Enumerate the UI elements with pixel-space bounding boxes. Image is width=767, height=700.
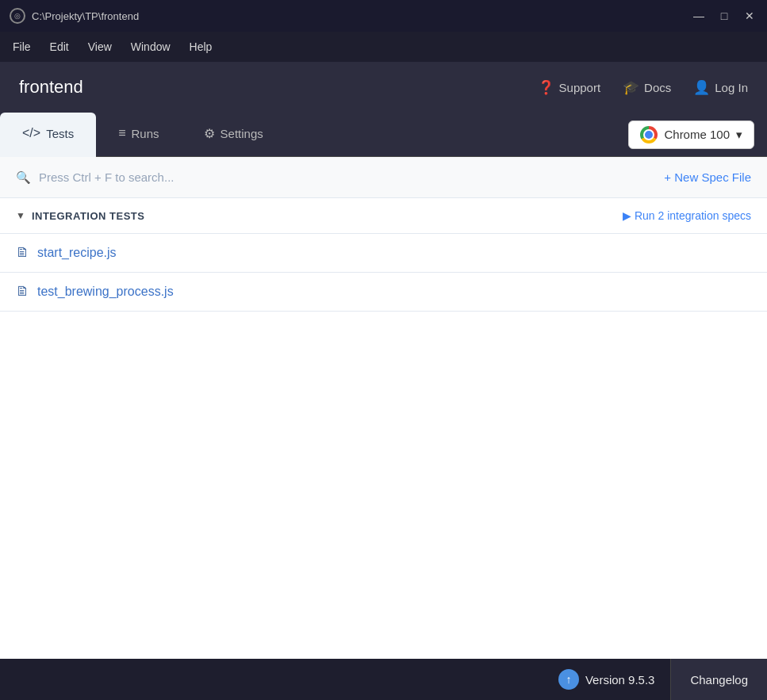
chrome-icon xyxy=(640,126,658,143)
close-button[interactable]: ✕ xyxy=(742,8,757,24)
title-bar: ◎ C:\Projekty\TP\frontend — □ ✕ xyxy=(0,0,767,32)
run-specs-button[interactable]: ▶ Run 2 integration specs xyxy=(623,209,751,222)
support-icon: ❓ xyxy=(538,79,554,96)
app-title: frontend xyxy=(19,77,83,98)
tabs-bar: </> Tests ≡ Runs ⚙ Settings Chrome 100 ▾ xyxy=(0,113,767,157)
title-bar-path: C:\Projekty\TP\frontend xyxy=(32,10,139,22)
section-chevron-icon[interactable]: ▼ xyxy=(16,210,25,221)
docs-icon: 🎓 xyxy=(623,79,639,96)
version-label: Version 9.5.3 xyxy=(585,673,655,687)
file-item-start-recipe[interactable]: 🗎 start_recipe.js xyxy=(0,234,767,273)
file-icon: 🗎 xyxy=(16,245,29,261)
menu-window[interactable]: Window xyxy=(131,40,171,53)
version-badge: ↑ Version 9.5.3 xyxy=(543,669,671,690)
menu-help[interactable]: Help xyxy=(190,40,213,53)
section-title-group: ▼ INTEGRATION TESTS xyxy=(16,210,145,222)
tab-runs[interactable]: ≡ Runs xyxy=(96,113,181,157)
settings-tab-icon: ⚙ xyxy=(204,126,215,141)
app-header: frontend ❓ Support 🎓 Docs 👤 Log In xyxy=(0,62,767,113)
footer: ↑ Version 9.5.3 Changelog xyxy=(0,659,767,700)
changelog-button[interactable]: Changelog xyxy=(670,659,767,700)
app-logo: ◎ xyxy=(10,8,25,24)
tab-tests[interactable]: </> Tests xyxy=(0,113,96,157)
minimize-button[interactable]: — xyxy=(691,8,707,24)
tests-tab-icon: </> xyxy=(22,126,40,140)
menu-file[interactable]: File xyxy=(13,40,31,53)
main-content: 🔍 Press Ctrl + F to search... + New Spec… xyxy=(0,157,767,659)
section-title: INTEGRATION TESTS xyxy=(32,210,145,222)
file-item-test-brewing[interactable]: 🗎 test_brewing_process.js xyxy=(0,273,767,312)
header-actions: ❓ Support 🎓 Docs 👤 Log In xyxy=(538,79,748,96)
integration-tests-header: ▼ INTEGRATION TESTS ▶ Run 2 integration … xyxy=(0,198,767,234)
menu-bar: File Edit View Window Help xyxy=(0,32,767,62)
search-placeholder: Press Ctrl + F to search... xyxy=(39,170,174,184)
search-bar: 🔍 Press Ctrl + F to search... + New Spec… xyxy=(0,157,767,198)
file-icon: 🗎 xyxy=(16,284,29,300)
docs-button[interactable]: 🎓 Docs xyxy=(623,79,671,96)
maximize-button[interactable]: □ xyxy=(716,8,732,24)
browser-selector[interactable]: Chrome 100 ▾ xyxy=(628,120,754,149)
tab-settings[interactable]: ⚙ Settings xyxy=(182,113,286,157)
update-icon: ↑ xyxy=(558,669,579,690)
window-controls: — □ ✕ xyxy=(691,8,757,24)
menu-view[interactable]: View xyxy=(88,40,112,53)
search-icon: 🔍 xyxy=(16,170,31,185)
new-spec-button[interactable]: + New Spec File xyxy=(664,170,751,184)
search-left: 🔍 Press Ctrl + F to search... xyxy=(16,170,174,185)
file-name-test-brewing: test_brewing_process.js xyxy=(37,285,174,299)
menu-edit[interactable]: Edit xyxy=(50,40,69,53)
user-icon: 👤 xyxy=(693,79,710,96)
login-button[interactable]: 👤 Log In xyxy=(693,79,748,96)
file-name-start-recipe: start_recipe.js xyxy=(37,246,117,260)
support-button[interactable]: ❓ Support xyxy=(538,79,601,96)
runs-tab-icon: ≡ xyxy=(118,126,125,140)
title-bar-left: ◎ C:\Projekty\TP\frontend xyxy=(10,8,139,24)
